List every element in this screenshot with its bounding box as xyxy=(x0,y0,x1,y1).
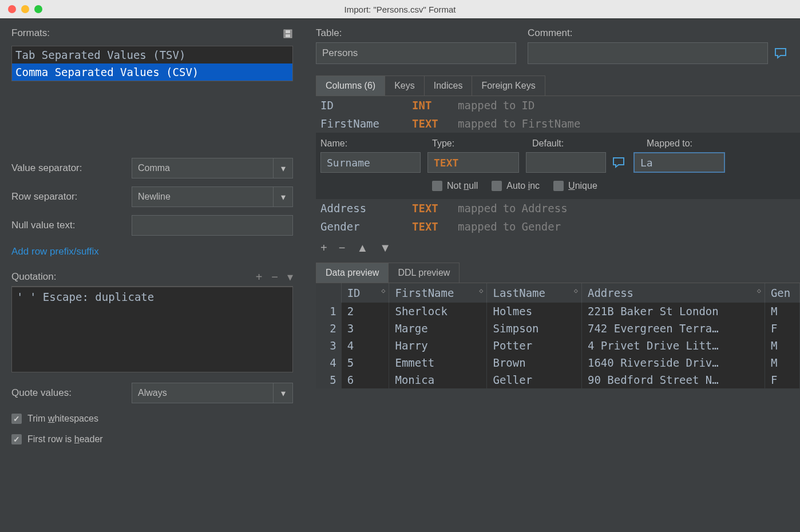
save-icon[interactable] xyxy=(283,29,293,41)
row-num: 4 xyxy=(316,354,341,371)
left-panel: Formats: Tab Separated Values (TSV) Comm… xyxy=(0,18,304,532)
tab-ddl-preview[interactable]: DDL preview xyxy=(388,263,460,283)
quote-values-label: Quote values: xyxy=(11,387,132,399)
quote-values-dropdown[interactable]: Always ▾ xyxy=(132,383,293,403)
column-row[interactable]: FirstName TEXT mapped to FirstName xyxy=(316,114,800,133)
svg-rect-1 xyxy=(286,30,290,33)
row-num: 5 xyxy=(316,371,341,388)
col-header-gender[interactable]: Gen xyxy=(765,283,799,303)
preview-tabs: Data preview DDL preview xyxy=(316,263,800,283)
window-title: Import: "Persons.csv" Format xyxy=(344,5,456,14)
column-row[interactable]: ID INT mapped to ID xyxy=(316,96,800,114)
col-header-firstname[interactable]: FirstName◇ xyxy=(389,283,487,303)
add-column-button[interactable]: + xyxy=(320,241,327,255)
trim-whitespace-label: Trim whitespaces xyxy=(27,414,98,424)
edit-type-label: Type: xyxy=(432,138,532,149)
comment-edit-icon[interactable] xyxy=(773,45,789,61)
tab-keys[interactable]: Keys xyxy=(385,76,425,96)
tab-indices[interactable]: Indices xyxy=(424,76,473,96)
first-row-header-checkbox[interactable] xyxy=(11,434,22,444)
edit-mapped-input[interactable] xyxy=(633,152,725,173)
col-header-lastname[interactable]: LastName◇ xyxy=(487,283,581,303)
table-row[interactable]: 1 2 Sherlock Holmes 221B Baker St London… xyxy=(316,303,800,320)
comment-label: Comment: xyxy=(528,27,789,39)
trim-whitespace-checkbox[interactable] xyxy=(11,414,22,424)
comment-input[interactable] xyxy=(528,42,768,64)
maximize-window-button[interactable] xyxy=(34,5,42,13)
right-panel: Table: Persons Comment: Columns (6) Keys… xyxy=(304,18,800,532)
table-row[interactable]: 5 6 Monica Geller 90 Bedford Street N… F xyxy=(316,371,800,388)
table-row[interactable]: 2 3 Marge Simpson 742 Evergreen Terra… F xyxy=(316,320,800,337)
format-item-csv[interactable]: Comma Separated Values (CSV) xyxy=(12,63,292,81)
quotation-remove-button[interactable]: − xyxy=(271,271,278,284)
titlebar: Import: "Persons.csv" Format xyxy=(0,0,800,18)
tab-columns[interactable]: Columns (6) xyxy=(316,76,385,96)
row-num: 2 xyxy=(316,320,341,337)
edit-default-label: Default: xyxy=(532,138,647,149)
quote-values-value: Always xyxy=(132,388,273,398)
quotation-row[interactable]: ' ' Escape: duplicate xyxy=(12,287,292,307)
preview-table[interactable]: ID◇ FirstName◇ LastName◇ Address◇ Gen 1 … xyxy=(316,283,800,388)
null-text-label: Null value text: xyxy=(11,220,132,231)
move-up-button[interactable]: ▲ xyxy=(357,241,368,255)
tab-data-preview[interactable]: Data preview xyxy=(316,263,389,283)
row-separator-value: Newline xyxy=(132,192,273,202)
tab-foreign-keys[interactable]: Foreign Keys xyxy=(472,76,545,96)
col-header-id[interactable]: ID◇ xyxy=(341,283,389,303)
edit-name-input[interactable] xyxy=(320,152,421,173)
quotation-list[interactable]: ' ' Escape: duplicate xyxy=(11,287,293,372)
table-row[interactable]: 4 5 Emmett Brown 1640 Riverside Driv… M xyxy=(316,354,800,371)
formats-label: Formats: xyxy=(11,27,50,39)
row-separator-dropdown[interactable]: Newline ▾ xyxy=(132,186,293,207)
row-num-header xyxy=(316,283,341,303)
not-null-checkbox[interactable]: Not null xyxy=(432,181,478,191)
column-row[interactable]: Address TEXT mapped to Address xyxy=(316,199,800,217)
column-row[interactable]: Gender TEXT mapped to Gender xyxy=(316,217,800,236)
row-num: 1 xyxy=(316,303,341,320)
null-text-input[interactable] xyxy=(132,215,293,236)
column-edit-panel: Name: Type: Default: Mapped to: xyxy=(316,133,800,199)
format-item-tsv[interactable]: Tab Separated Values (TSV) xyxy=(12,46,292,63)
svg-rect-2 xyxy=(286,34,290,37)
table-name-input[interactable]: Persons xyxy=(316,42,516,64)
value-separator-dropdown[interactable]: Comma ▾ xyxy=(132,158,293,178)
auto-inc-checkbox[interactable]: Auto inc xyxy=(492,181,540,191)
chevron-down-icon: ▾ xyxy=(273,158,292,178)
data-preview: ID◇ FirstName◇ LastName◇ Address◇ Gen 1 … xyxy=(316,283,800,388)
value-separator-value: Comma xyxy=(132,163,273,173)
column-action-bar: + − ▲ ▼ xyxy=(316,236,800,260)
edit-mapped-label: Mapped to: xyxy=(647,138,795,149)
chevron-down-icon: ▾ xyxy=(273,383,292,403)
first-row-header-label: First row is header xyxy=(27,434,103,444)
add-prefix-suffix-link[interactable]: Add row prefix/suffix xyxy=(11,246,293,257)
value-separator-label: Value separator: xyxy=(11,162,132,174)
edit-name-label: Name: xyxy=(320,138,432,149)
close-window-button[interactable] xyxy=(8,5,16,13)
unique-checkbox[interactable]: Unique xyxy=(553,181,597,191)
edit-default-input[interactable] xyxy=(526,152,606,173)
row-num: 3 xyxy=(316,337,341,354)
window-controls xyxy=(0,5,42,13)
chevron-down-icon[interactable]: ▾ xyxy=(287,270,293,284)
chevron-down-icon: ▾ xyxy=(273,187,292,207)
minimize-window-button[interactable] xyxy=(21,5,29,13)
remove-column-button[interactable]: − xyxy=(339,241,346,255)
schema-tabs: Columns (6) Keys Indices Foreign Keys xyxy=(316,76,800,96)
table-label: Table: xyxy=(316,27,516,39)
row-separator-label: Row separator: xyxy=(11,191,132,203)
col-header-address[interactable]: Address◇ xyxy=(581,283,765,303)
move-down-button[interactable]: ▼ xyxy=(379,241,391,255)
table-row[interactable]: 3 4 Harry Potter 4 Privet Drive Litt… M xyxy=(316,337,800,354)
formats-list[interactable]: Tab Separated Values (TSV) Comma Separat… xyxy=(11,46,293,81)
quotation-add-button[interactable]: + xyxy=(256,271,263,284)
default-edit-icon[interactable] xyxy=(611,154,627,170)
edit-type-input[interactable] xyxy=(427,152,519,173)
quotation-label: Quotation: xyxy=(11,271,56,283)
